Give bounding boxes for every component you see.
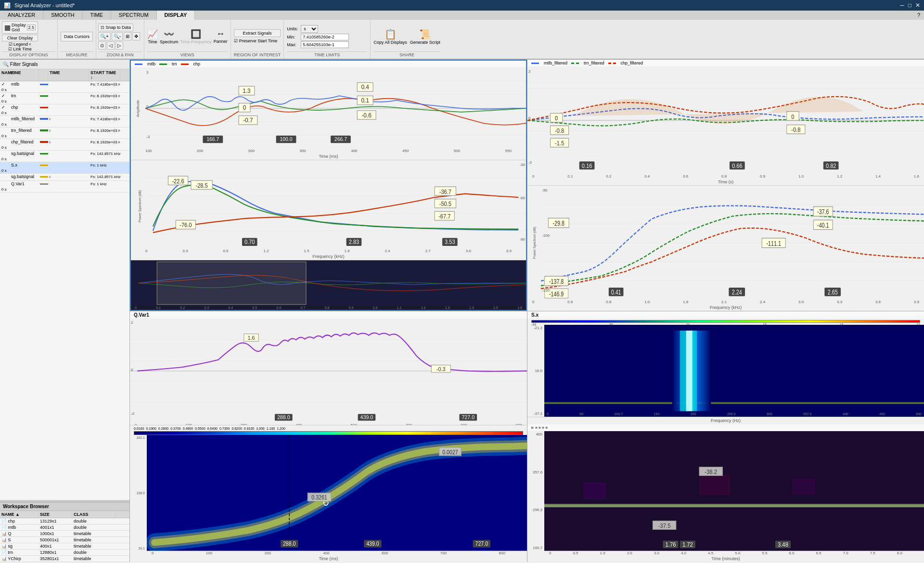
clear-display-button[interactable]: Clear Display bbox=[2, 35, 38, 41]
signal-checkbox-1[interactable]: ✓ bbox=[0, 93, 10, 99]
signals-table: NAME LINE TIME START TIME ↕ ✓mtlbFs: 7.4… bbox=[0, 69, 129, 500]
preserve-start-time-checkbox[interactable]: ☑ bbox=[234, 38, 238, 43]
filtered-chart-canvas: 0 -0.8 -1.5 0 -0.8 0.16 bbox=[527, 67, 924, 174]
ws-row-4[interactable]: 📊 sg400x1timetable bbox=[0, 543, 129, 550]
sx-y-axis: -21.2 16.0 -37.2 bbox=[527, 325, 544, 417]
svg-text:288.0: 288.0 bbox=[277, 414, 290, 420]
copy-all-displays-button[interactable]: 📋 Copy All Displays bbox=[373, 28, 407, 45]
tab-display[interactable]: DISPLAY bbox=[157, 11, 195, 20]
tab-analyzer[interactable]: ANALYZER bbox=[0, 11, 43, 20]
signal-row-0[interactable]: ✓mtlbFs: 7.4180e+03 Hz0 s bbox=[0, 81, 129, 93]
min-label: Min: bbox=[287, 35, 299, 39]
time-view-button[interactable]: 📈 Time bbox=[147, 29, 158, 44]
spectrum-view-button[interactable]: 〰️ Spectrum bbox=[160, 29, 179, 44]
legend-checkbox[interactable]: ☑ bbox=[9, 42, 13, 47]
measure-group: Data Cursors MEASURE bbox=[58, 20, 96, 59]
signal-row-8[interactable]: sg.batsignaliFs: 142.8571 kHz bbox=[0, 174, 129, 181]
extract-signals-button[interactable]: Extract Signals bbox=[234, 29, 281, 37]
signal-row-9[interactable]: Q.Var1Fs: 1 kHz0 s bbox=[0, 181, 129, 192]
signal-checkbox-5[interactable] bbox=[0, 141, 10, 142]
ws-row-0[interactable]: 📄 chp13129x1double bbox=[0, 518, 129, 525]
signal-checkbox-8[interactable] bbox=[0, 176, 10, 177]
spectrum-plot[interactable]: Power Spectrum (dB) bbox=[131, 160, 526, 260]
signal-row-2[interactable]: ✓chpFs: 8.1920e+03 Hz0 s bbox=[0, 104, 129, 116]
pan-left-button[interactable]: ◁ bbox=[107, 41, 115, 50]
units-select[interactable]: s ms bbox=[301, 25, 318, 33]
signal-checkbox-7[interactable] bbox=[0, 165, 10, 166]
zoom-region-button[interactable]: ⊞ bbox=[124, 32, 131, 40]
ws-row-5[interactable]: 📄 trn12880x1double bbox=[0, 550, 129, 556]
ws-row-3[interactable]: 📊 S500001x1timetable bbox=[0, 537, 129, 543]
minimize-btn[interactable]: ─ bbox=[900, 2, 904, 9]
time-domain-plot[interactable]: mtlb trn chp Amplitude bbox=[131, 61, 526, 160]
zoom-out-button[interactable]: 🔍- bbox=[112, 32, 123, 40]
max-input[interactable] bbox=[301, 41, 349, 48]
zoom-in-button[interactable]: 🔍+ bbox=[98, 32, 111, 40]
colormap-x-axis: 0100200400600700800 bbox=[130, 551, 527, 556]
signal-row-6[interactable]: sg.batsignalFs: 142.8571 kHz0 s bbox=[0, 151, 129, 162]
signal-checkbox-6[interactable] bbox=[0, 153, 10, 154]
tab-time[interactable]: TIME bbox=[83, 11, 111, 20]
svg-text:-146.9: -146.9 bbox=[549, 290, 564, 298]
sx-spectrogram1[interactable]: -21.2 16.0 -37.2 bbox=[527, 325, 924, 417]
filt-y-bot: -2 bbox=[528, 160, 532, 165]
signal-row-4[interactable]: trn_filterediFs: 8.1920e+03 Hz0 s bbox=[0, 128, 129, 139]
qvar-title: Q.Var1 bbox=[134, 312, 149, 318]
help-btn[interactable]: ? bbox=[913, 11, 924, 20]
sx-y2: 16.0 bbox=[535, 369, 542, 373]
svg-rect-47 bbox=[157, 262, 306, 305]
filtered-spectrum-plot[interactable]: Power Spectrum (dB) bbox=[527, 186, 924, 311]
pan-button[interactable]: ✥ bbox=[132, 32, 140, 40]
pan-right-button[interactable]: ▷ bbox=[116, 41, 123, 50]
signal-row-5[interactable]: chp_filterediFs: 8.1920e+03 Hz0 s bbox=[0, 139, 129, 151]
svg-text:2.24: 2.24 bbox=[732, 288, 742, 296]
signal-checkbox-2[interactable]: ✓ bbox=[0, 104, 10, 110]
panner-plot[interactable]: 00.10.20.30.40.50.60.70.80.91.01.11.21.3… bbox=[131, 260, 526, 310]
time-freq-view-button[interactable]: 🔲 Time-Frequency bbox=[180, 29, 212, 44]
display-grid-button[interactable]: ▦ DisplayGrid 2.5 bbox=[2, 21, 38, 34]
filtered-time-plot[interactable]: mtlb_filtered trn_filtered chp_filtered bbox=[527, 60, 924, 186]
signal-row-7[interactable]: S.xFs: 1 kHz0 s bbox=[0, 162, 129, 174]
signal-checkbox-0[interactable]: ✓ bbox=[0, 81, 10, 87]
legend-chevron[interactable]: ▾ bbox=[29, 42, 31, 47]
generate-script-button[interactable]: 📜 Generate Script bbox=[410, 28, 440, 45]
sx-x-label1: Frequency (Hz) bbox=[527, 417, 924, 424]
maximize-btn[interactable]: □ bbox=[908, 2, 911, 9]
signal-row-1[interactable]: ✓trnFs: 8.1920e+03 Hz0 s bbox=[0, 93, 129, 104]
colormap-canvas: 0.3261 0.0027 288.0 439.0 727.0 bbox=[147, 435, 527, 551]
colormap-plot[interactable]: 0.01000.19000.28000.37000.46000.55000.64… bbox=[130, 425, 527, 562]
data-cursors-button[interactable]: Data Cursors bbox=[61, 32, 93, 41]
colormap-area: 162.1 138.0 24.1 bbox=[130, 435, 527, 551]
sx2-y4: 100.7 bbox=[533, 546, 542, 550]
link-time-checkbox[interactable]: ☑ bbox=[8, 47, 12, 51]
close-btn[interactable]: ✕ bbox=[915, 2, 920, 9]
tab-spectrum[interactable]: SPECTRUM bbox=[111, 11, 157, 20]
signal-time-3: Fs: 7.4180e+03 Hz bbox=[89, 116, 120, 122]
signal-row-3[interactable]: mtlb_filterediFs: 7.4180e+03 Hz0 s bbox=[0, 116, 129, 128]
svg-text:166.7: 166.7 bbox=[206, 136, 219, 141]
svg-text:0: 0 bbox=[555, 115, 558, 122]
zoom-reset-button[interactable]: ⊙ bbox=[98, 41, 106, 50]
snap-to-data-button[interactable]: ⊡ Snap to Data bbox=[98, 24, 133, 31]
sx-spectrogram2[interactable]: 400 357.0 256.3 100.7 bbox=[527, 431, 924, 551]
signal-info-3: i bbox=[48, 116, 89, 122]
ws-class-3: timetable bbox=[72, 537, 116, 543]
panner-view-button[interactable]: ↔️ Panner bbox=[214, 29, 228, 44]
trn-filtered-legend bbox=[571, 63, 579, 64]
filt-y-mid: 0 bbox=[528, 116, 530, 120]
tab-smooth[interactable]: SMOOTH bbox=[43, 11, 82, 20]
ws-row-2[interactable]: 📊 Q1000x1timetable bbox=[0, 531, 129, 537]
signal-checkbox-4[interactable] bbox=[0, 130, 10, 131]
svg-text:2.65: 2.65 bbox=[828, 288, 838, 296]
min-input[interactable] bbox=[301, 34, 349, 40]
ws-row-1[interactable]: 📄 mtlb4001x1double bbox=[0, 525, 129, 531]
qvar-plot[interactable]: Q.Var1 1. bbox=[130, 311, 527, 425]
svg-text:727.0: 727.0 bbox=[462, 414, 475, 420]
signal-starttime-4: 0 s bbox=[0, 133, 10, 139]
ws-row-6[interactable]: 📊 YChirp352801x1timetable bbox=[0, 556, 129, 562]
signal-checkbox-9[interactable] bbox=[0, 183, 10, 184]
chp-legend-label: chp bbox=[193, 62, 201, 66]
left-panel: 🔍 Filter Signals NAME LINE TIME START TI… bbox=[0, 60, 130, 562]
signal-checkbox-3[interactable] bbox=[0, 118, 10, 119]
ws-name-6: 📊 YChirp bbox=[0, 556, 38, 562]
